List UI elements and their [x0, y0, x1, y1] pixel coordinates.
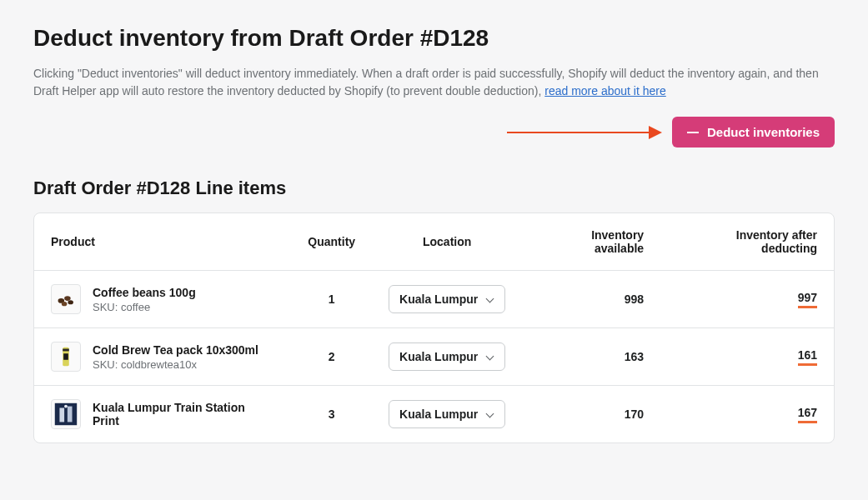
svg-point-1 — [64, 296, 71, 301]
product-sku: SKU: coldbrewtea10x — [93, 358, 258, 371]
location-select-value: Kuala Lumpur — [399, 408, 478, 421]
available-cell: 998 — [522, 271, 660, 328]
location-select-value: Kuala Lumpur — [399, 350, 478, 363]
location-select[interactable]: Kuala Lumpur — [389, 285, 505, 313]
svg-point-10 — [64, 405, 68, 408]
col-product: Product — [34, 213, 291, 271]
deduct-button-label: Deduct inventories — [707, 125, 820, 139]
deduct-inventories-button[interactable]: Deduct inventories — [672, 117, 835, 148]
chevron-down-icon — [486, 295, 494, 303]
svg-rect-9 — [68, 407, 73, 422]
product-thumbnail — [51, 284, 81, 314]
chevron-down-icon — [486, 410, 494, 418]
location-select[interactable]: Kuala Lumpur — [389, 342, 505, 371]
after-deduct-value: 161 — [798, 348, 817, 366]
line-items-table: Product Quantity Location Inventory avai… — [34, 213, 834, 442]
page-title: Deduct inventory from Draft Order #D128 — [33, 25, 835, 52]
svg-rect-6 — [63, 353, 68, 360]
product-cell: Kuala Lumpur Train Station Print — [51, 399, 274, 429]
page-description: Clicking "Deduct inventories" will deduc… — [33, 65, 834, 100]
product-thumbnail — [51, 342, 81, 372]
product-cell: Cold Brew Tea pack 10x300ml SKU: coldbre… — [51, 342, 274, 372]
svg-point-3 — [62, 302, 68, 306]
table-title: Draft Order #D128 Line items — [33, 178, 835, 199]
product-sku: SKU: coffee — [93, 301, 196, 313]
product-name: Kuala Lumpur Train Station Print — [93, 401, 274, 428]
minus-icon — [687, 132, 699, 133]
svg-rect-8 — [59, 408, 64, 422]
action-row: Deduct inventories — [33, 117, 835, 148]
col-after: Inventory after deducting — [660, 213, 834, 271]
chevron-down-icon — [486, 352, 494, 361]
location-select[interactable]: Kuala Lumpur — [389, 400, 505, 428]
arrow-annotation — [507, 126, 662, 139]
quantity-cell: 3 — [291, 386, 372, 443]
available-cell: 170 — [522, 386, 660, 443]
available-cell: 163 — [522, 328, 660, 386]
location-select-value: Kuala Lumpur — [399, 292, 478, 306]
col-location: Location — [372, 213, 522, 271]
table-row: Coffee beans 100g SKU: coffee 1 Kuala Lu… — [34, 271, 834, 328]
table-row: Cold Brew Tea pack 10x300ml SKU: coldbre… — [34, 328, 834, 386]
product-name: Cold Brew Tea pack 10x300ml — [93, 343, 258, 357]
product-cell: Coffee beans 100g SKU: coffee — [51, 284, 274, 314]
col-quantity: Quantity — [291, 213, 372, 271]
description-text: Clicking "Deduct inventories" will deduc… — [33, 67, 819, 98]
line-items-table-card: Product Quantity Location Inventory avai… — [33, 212, 835, 443]
product-thumbnail — [51, 399, 81, 429]
table-row: Kuala Lumpur Train Station Print 3 Kuala… — [34, 386, 834, 443]
after-deduct-value: 997 — [798, 291, 817, 308]
read-more-link[interactable]: read more about it here — [544, 84, 666, 98]
svg-point-2 — [68, 300, 73, 304]
quantity-cell: 1 — [291, 271, 372, 328]
col-available: Inventory available — [522, 213, 660, 271]
product-name: Coffee beans 100g — [93, 286, 196, 299]
svg-rect-5 — [63, 349, 69, 352]
after-deduct-value: 167 — [798, 406, 817, 423]
quantity-cell: 2 — [291, 328, 372, 386]
